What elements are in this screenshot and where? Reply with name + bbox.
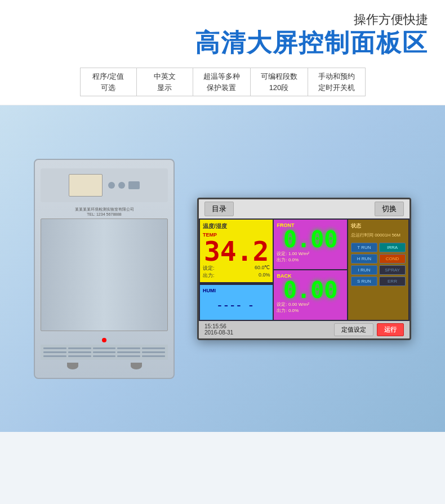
status-btn-s-run[interactable]: S RUN xyxy=(351,276,377,286)
irra-front-panel: FRONT 0.00 设定: 1.00 W/m² 出力: 0.0% xyxy=(274,220,346,269)
machine-screen-display xyxy=(69,174,103,197)
status-buttons-grid: T RUN IRRA H RUN COND I RUN SPRAY S RUN … xyxy=(351,243,406,286)
status-panel: 状态 总运行时间 00001H 56M T RUN IRRA H RUN CON… xyxy=(348,220,408,320)
irradiation-panel: FRONT 0.00 设定: 1.00 W/m² 出力: 0.0% BACK xyxy=(274,220,346,320)
temp-output-row: 出力: 0.0% xyxy=(203,272,270,279)
foot-left xyxy=(67,363,78,369)
panel-footer: 15:15:56 2016-08-31 定值设定 运行 xyxy=(199,321,410,338)
display-area: 某某某某环境检测实验室有限公司TEL: 1234 5678888 xyxy=(0,105,445,432)
output-value: 0.0% xyxy=(259,272,270,279)
status-btn-i-run[interactable]: I RUN xyxy=(351,265,377,275)
red-indicator xyxy=(102,338,106,342)
panel-header: 目录 切换 xyxy=(199,199,410,218)
irra-back-output: 出力: 0.0% xyxy=(277,307,344,314)
vent-row-1 xyxy=(43,347,165,349)
status-btn-irra[interactable]: IRRA xyxy=(379,243,406,252)
nav-switch-button[interactable]: 切换 xyxy=(375,202,404,216)
status-btn-err[interactable]: ERR xyxy=(379,276,406,286)
status-title: 状态 xyxy=(351,222,406,230)
panel-body: 温度/湿度 TEMP 34.2 设定: 60.0℃ 出力: 0.0% xyxy=(199,218,410,321)
irra-back-panel: BACK 0.00 设定: 0.00 W/m² 出力: 0.0% xyxy=(274,270,346,320)
machine-label-text: 某某某某环境检测实验室有限公司TEL: 1234 5678888 xyxy=(75,207,134,217)
control-dot-2 xyxy=(118,182,125,189)
settings-button[interactable]: 定值设定 xyxy=(334,323,373,336)
machine-chamber xyxy=(41,218,168,331)
subtitle: 操作方便快捷 xyxy=(17,11,428,28)
foot-right xyxy=(131,363,142,369)
time-display: 15:15:56 xyxy=(204,323,233,329)
vent-row-2 xyxy=(43,351,165,353)
timestamp: 15:15:56 2016-08-31 xyxy=(204,323,233,336)
machine-controls xyxy=(108,181,140,189)
temp-section-title: 温度/湿度 xyxy=(203,222,270,230)
features-bar: 程序/定值 可选 中英文 显示 超温等多种 保护装置 可编程段数 120段 手动… xyxy=(0,62,445,105)
humi-dashes: ---- - xyxy=(203,298,270,313)
humi-label: HUMI xyxy=(203,288,270,293)
output-label: 出力: xyxy=(203,272,215,279)
main-title: 高清大屏控制面板区 xyxy=(17,29,428,56)
vent-row-3 xyxy=(43,355,165,357)
feature-item-2: 中英文 显示 xyxy=(136,68,193,96)
status-btn-spray[interactable]: SPRAY xyxy=(379,265,406,275)
header-section: 操作方便快捷 高清大屏控制面板区 xyxy=(0,0,445,62)
setpoint-value: 60.0℃ xyxy=(255,265,270,272)
feature-item-3: 超温等多种 保护装置 xyxy=(193,68,250,96)
nav-menu-button[interactable]: 目录 xyxy=(204,202,234,216)
control-dot-1 xyxy=(108,182,115,189)
machine-vents xyxy=(41,345,168,360)
status-btn-h-run[interactable]: H RUN xyxy=(351,254,377,264)
machine-body: 某某某某环境检测实验室有限公司TEL: 1234 5678888 xyxy=(34,159,175,379)
temp-setpoint-row: 设定: 60.0℃ xyxy=(203,265,270,272)
irra-front-value: 0.00 xyxy=(277,228,344,251)
temp-value: 34.2 xyxy=(203,238,270,265)
irra-front-output: 出力: 0.0% xyxy=(277,257,344,263)
humidity-panel: HUMI ---- - xyxy=(200,285,273,320)
footer-buttons: 定值设定 运行 xyxy=(334,323,404,336)
feature-item-5: 手动和预约 定时开关机 xyxy=(308,68,366,96)
status-btn-cond[interactable]: COND xyxy=(379,254,406,264)
feature-item-4: 可编程段数 120段 xyxy=(250,68,308,96)
irra-back-value: 0.00 xyxy=(277,279,344,301)
status-btn-t-run[interactable]: T RUN xyxy=(351,243,377,252)
setpoint-label: 设定: xyxy=(203,265,215,272)
control-rect xyxy=(128,181,140,189)
machine-illustration: 某某某某环境检测实验室有限公司TEL: 1234 5678888 xyxy=(34,159,175,379)
runtime-text: 总运行时间 00001H 56M xyxy=(351,232,406,238)
machine-top xyxy=(41,168,168,202)
date-display: 2016-08-31 xyxy=(204,329,233,336)
control-panel: 目录 切换 温度/湿度 TEMP 34.2 设定: 60.0℃ xyxy=(197,198,411,340)
run-button[interactable]: 运行 xyxy=(377,323,404,336)
panel-screen: 目录 切换 温度/湿度 TEMP 34.2 设定: 60.0℃ xyxy=(197,198,411,340)
feature-item-1: 程序/定值 可选 xyxy=(80,68,136,96)
temperature-panel: 温度/湿度 TEMP 34.2 设定: 60.0℃ 出力: 0.0% xyxy=(200,220,273,282)
machine-feet xyxy=(41,363,168,369)
